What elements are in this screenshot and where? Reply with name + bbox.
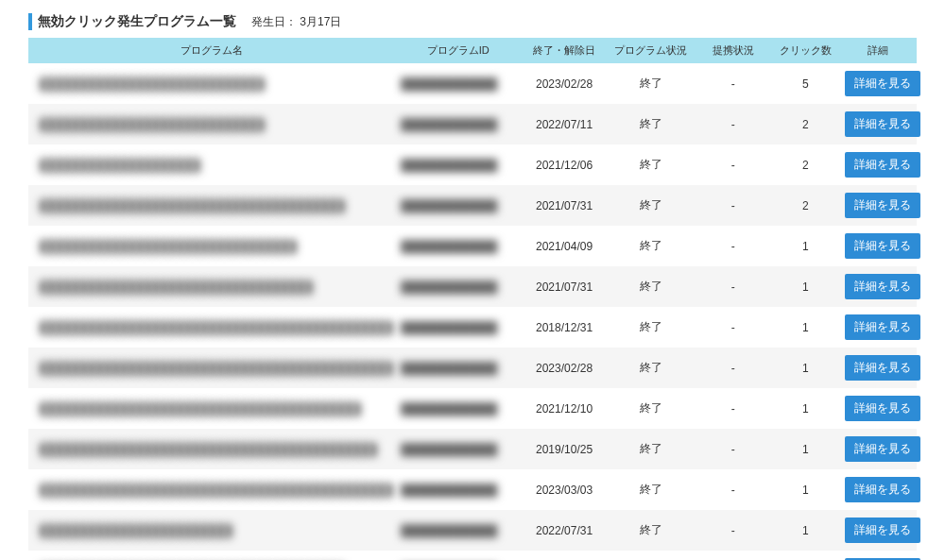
detail-button[interactable]: 詳細を見る (845, 477, 920, 502)
table-row: ████████████████████████████████████████… (28, 185, 917, 226)
table-row: ████████████████████████████████████2022… (28, 510, 917, 551)
cell-date: 2023/02/28 (521, 348, 608, 388)
cell-detail: 詳細を見る (839, 348, 917, 388)
cell-detail: 詳細を見る (839, 429, 917, 469)
detail-button[interactable]: 詳細を見る (845, 152, 920, 178)
cell-clicks: 1 (772, 348, 840, 388)
detail-button[interactable]: 詳細を見る (845, 193, 920, 218)
col-header-id: プログラムID (395, 38, 521, 63)
page-subtitle: 発生日： 3月17日 (251, 14, 341, 30)
table-row: ████████████████████████████████████████… (28, 266, 917, 307)
detail-button[interactable]: 詳細を見る (845, 274, 920, 299)
cell-detail: 詳細を見る (839, 185, 917, 226)
cell-program-id: ████████████ (395, 388, 521, 429)
cell-date: 2023/03/03 (521, 469, 608, 510)
cell-program-name: ████████████████████████████████ (28, 226, 395, 266)
cell-partner: - (695, 185, 772, 226)
cell-date: 2022/04/30 (521, 551, 608, 560)
cell-program-name: ████████████████████ (28, 144, 395, 185)
detail-button[interactable]: 詳細を見る (845, 518, 920, 543)
table-row: ████████████████████████████████████████… (28, 388, 917, 429)
cell-status: 終了 (608, 348, 695, 388)
cell-program-id: ████████████ (395, 226, 521, 266)
col-header-clicks: クリック数 (772, 38, 840, 63)
cell-program-name: ████████████████████████████████████████… (28, 429, 395, 469)
cell-partner: - (695, 388, 772, 429)
cell-status: 終了 (608, 429, 695, 469)
col-header-status: プログラム状況 (608, 38, 695, 63)
cell-program-id: ████████████ (395, 551, 521, 560)
cell-program-name: ████████████████████████████████████████… (28, 469, 395, 510)
cell-clicks: 1 (772, 429, 840, 469)
cell-program-id: ████████████ (395, 185, 521, 226)
cell-program-id: ████████████ (395, 104, 521, 144)
cell-detail: 詳細を見る (839, 63, 917, 104)
cell-detail: 詳細を見る (839, 510, 917, 551)
detail-button[interactable]: 詳細を見る (845, 396, 920, 421)
cell-program-id: ████████████ (395, 429, 521, 469)
table-row: ████████████████████████████████████████… (28, 469, 917, 510)
col-header-partner: 提携状況 (695, 38, 772, 63)
table-row: ████████████████████████████████2021/12/… (28, 144, 917, 185)
detail-button[interactable]: 詳細を見る (845, 314, 920, 340)
table-row: ████████████████████████████████████████… (28, 551, 917, 560)
cell-clicks: 1 (772, 510, 840, 551)
cell-clicks: 2 (772, 144, 840, 185)
cell-partner: - (695, 266, 772, 307)
detail-button[interactable]: 詳細を見る (845, 355, 920, 381)
cell-partner: - (695, 144, 772, 185)
cell-status: 終了 (608, 226, 695, 266)
detail-button[interactable]: 詳細を見る (845, 71, 920, 96)
cell-status: 終了 (608, 185, 695, 226)
cell-date: 2022/07/11 (521, 104, 608, 144)
cell-detail: 詳細を見る (839, 388, 917, 429)
cell-detail: 詳細を見る (839, 266, 917, 307)
cell-status: 終了 (608, 63, 695, 104)
cell-program-id: ████████████ (395, 307, 521, 348)
cell-detail: 詳細を見る (839, 469, 917, 510)
cell-program-name: ██████████████████████████████████ (28, 266, 395, 307)
cell-date: 2019/10/25 (521, 429, 608, 469)
cell-partner: - (695, 63, 772, 104)
title-bar-accent (28, 13, 32, 30)
cell-program-id: ████████████ (395, 510, 521, 551)
cell-date: 2023/02/28 (521, 63, 608, 104)
cell-program-name: ████████████████████████ (28, 510, 395, 551)
cell-detail: 詳細を見る (839, 307, 917, 348)
col-header-name: プログラム名 (28, 38, 395, 63)
cell-date: 2021/12/10 (521, 388, 608, 429)
table-row: ████████████████████████████████████████… (28, 307, 917, 348)
cell-partner: - (695, 469, 772, 510)
cell-clicks: 2 (772, 185, 840, 226)
cell-date: 2018/12/31 (521, 307, 608, 348)
table-row: ████████████████████████████████████████… (28, 104, 917, 144)
page-header: 無効クリック発生プログラム一覧 発生日： 3月17日 (28, 9, 917, 38)
cell-date: 2021/07/31 (521, 185, 608, 226)
detail-button[interactable]: 詳細を見る (845, 233, 920, 259)
cell-status: 終了 (608, 388, 695, 429)
cell-status: 終了 (608, 307, 695, 348)
cell-status: 終了 (608, 104, 695, 144)
table-row: ████████████████████████████████████████… (28, 429, 917, 469)
detail-button[interactable]: 詳細を見る (845, 436, 920, 462)
cell-program-name: ██████████████████████████████████████ (28, 185, 395, 226)
cell-clicks: 2 (772, 104, 840, 144)
cell-partner: - (695, 307, 772, 348)
col-header-detail: 詳細 (839, 38, 917, 63)
cell-partner: - (695, 348, 772, 388)
cell-clicks: 1 (772, 551, 840, 560)
cell-partner: - (695, 429, 772, 469)
cell-clicks: 1 (772, 388, 840, 429)
cell-partner: - (695, 510, 772, 551)
cell-program-id: ████████████ (395, 63, 521, 104)
cell-program-name: ████████████████████████████ (28, 63, 395, 104)
cell-date: 2021/04/09 (521, 226, 608, 266)
cell-status: 終了 (608, 510, 695, 551)
cell-partner: - (695, 551, 772, 560)
cell-program-id: ████████████ (395, 266, 521, 307)
cell-clicks: 1 (772, 469, 840, 510)
cell-detail: 詳細を見る (839, 226, 917, 266)
cell-date: 2021/12/06 (521, 144, 608, 185)
page-title-text: 無効クリック発生プログラム一覧 (38, 13, 236, 30)
detail-button[interactable]: 詳細を見る (845, 111, 920, 137)
